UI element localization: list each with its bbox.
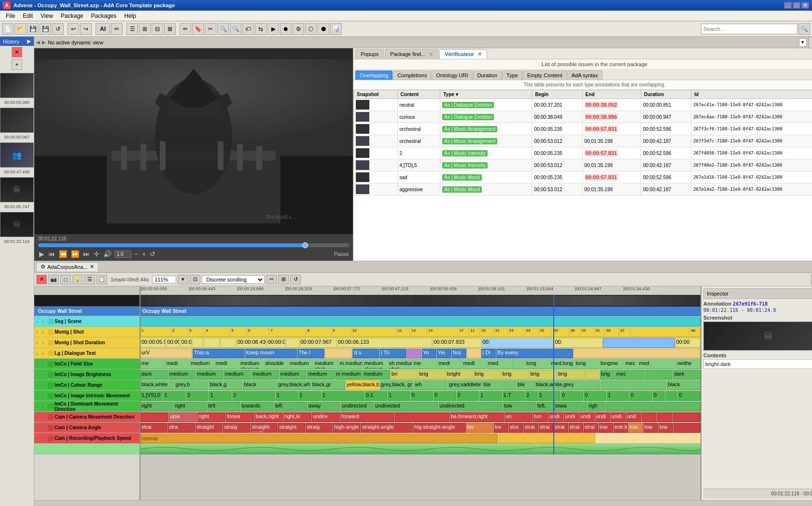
- zoom-fit-button[interactable]: ⊡: [190, 275, 200, 284]
- track-label-dialogue[interactable]: › › Lg | Dialogue Text: [34, 348, 140, 359]
- minimize-button[interactable]: _: [784, 2, 792, 9]
- track-label-shotdur[interactable]: › › Montg | Shot Duration: [34, 337, 140, 348]
- expand-intrinsic[interactable]: ›: [36, 394, 41, 398]
- expand-cam-angle[interactable]: ›: [36, 425, 41, 430]
- zoom-out-button[interactable]: 🔍: [230, 23, 241, 35]
- cat-tab-duration[interactable]: Duration: [473, 70, 502, 80]
- progress-bar[interactable]: [38, 243, 349, 247]
- maximize-button[interactable]: □: [793, 2, 800, 9]
- scroll-mode-select[interactable]: Discrete scrolling Continuous scrolling: [202, 275, 265, 284]
- move-icon[interactable]: ✛: [93, 250, 100, 258]
- track-label-dominant[interactable]: › › ImCo | Dominant Movement Direction: [34, 401, 140, 412]
- play-button[interactable]: ▶: [38, 250, 45, 258]
- nav-shotdur[interactable]: ›: [42, 340, 47, 345]
- search-button[interactable]: 🔍: [798, 23, 810, 35]
- track-brightness[interactable]: dark medium medium medium medium medium …: [140, 369, 700, 380]
- merge-button[interactable]: ⊞: [278, 275, 289, 284]
- nav-cam-angle[interactable]: ›: [42, 425, 47, 430]
- track-intrinsic[interactable]: 1,[VS],0 1 2 1 2 1 1 1 0.1 1 0: [140, 391, 700, 401]
- track-cam-move[interactable]: upw right forwa back,right right,le undi…: [140, 412, 700, 422]
- track-label-seg[interactable]: › › Seg | Scene: [34, 316, 140, 327]
- corpus-tab-close[interactable]: ✕: [90, 264, 94, 270]
- ai-button[interactable]: AI: [96, 23, 110, 35]
- nav-colour[interactable]: ›: [42, 383, 47, 388]
- cat-tab-ada-syntax[interactable]: AdA syntax: [567, 70, 602, 80]
- split-view-button[interactable]: ⊟: [152, 23, 163, 35]
- forward-button[interactable]: ⏩: [70, 250, 80, 258]
- tab-verificateur[interactable]: Vérificateur ✕: [439, 49, 487, 59]
- cat-tab-empty-content[interactable]: Empty Content: [523, 70, 567, 80]
- tab-verificateur-close[interactable]: ✕: [477, 51, 482, 57]
- add-thumb-button[interactable]: +: [12, 59, 22, 70]
- corpus-tab[interactable]: ⚙ AdaCorpusAna... ✕: [36, 262, 98, 271]
- horizontal-scrollbar[interactable]: [34, 500, 812, 506]
- lamp-button[interactable]: 💡: [72, 275, 83, 284]
- track-bottom-green[interactable]: [140, 444, 700, 454]
- nav-fieldsize[interactable]: ›: [42, 362, 47, 366]
- expand-brightness[interactable]: ›: [36, 372, 41, 377]
- play-button-tb[interactable]: ▶: [267, 23, 279, 35]
- table-row[interactable]: aggressive As | Music Mood 00:00:53.012 …: [354, 183, 812, 196]
- track-label-colour[interactable]: › › ImCo | Colour Range: [34, 380, 140, 391]
- vol-down-button[interactable]: −: [133, 250, 139, 258]
- nav-cam-record[interactable]: ›: [42, 436, 47, 441]
- volume-button[interactable]: 🔊: [102, 250, 112, 258]
- col-type[interactable]: Type ▾: [440, 90, 532, 99]
- table-row[interactable]: sad As | Music Mood 00:00:05.235 00:00:5…: [354, 171, 812, 183]
- clear-history-button[interactable]: ✕: [12, 47, 22, 57]
- track-label-brightness[interactable]: › › ImCo | Image Brightness: [34, 369, 140, 380]
- record-button[interactable]: ⏺: [280, 23, 292, 35]
- video-area[interactable]: film.AudEx....: [34, 48, 353, 234]
- timeline-area[interactable]: |00:00:00.000 |00:00:09.443 |00:00:18.88…: [140, 286, 700, 500]
- track-label-intrinsic[interactable]: › › ImCo | Image Intrinsic Movement: [34, 391, 140, 401]
- table-row[interactable]: orchestral As | Music Arrangement 00:00:…: [354, 135, 812, 147]
- dyn-left-arrow[interactable]: ◀: [36, 40, 40, 45]
- track-fieldsize[interactable]: me medi medium medi medium closeup shoul…: [140, 359, 700, 369]
- refresh-button[interactable]: ↺: [52, 23, 64, 35]
- cut-button[interactable]: ✂: [266, 275, 277, 284]
- nav-shot[interactable]: ›: [42, 330, 47, 335]
- track-shotdur[interactable]: 00:00:05.954 00:00:0 00:00 00:00:08.434 …: [140, 337, 700, 348]
- track-dominant[interactable]: right right left towards left away undir…: [140, 401, 700, 412]
- track-colour[interactable]: black,white grey,b black,g black grey,bl…: [140, 380, 700, 391]
- expand-seg[interactable]: ›: [36, 319, 41, 324]
- table-row[interactable]: 4,[TO],5 As | Music Intensity 00:00:53.0…: [354, 159, 812, 171]
- menu-edit[interactable]: Edit: [19, 12, 37, 20]
- thumb-4[interactable]: 🏛: [0, 177, 34, 202]
- expand-cam-move[interactable]: ›: [36, 415, 41, 420]
- dynamic-view-dropdown[interactable]: ▾: [799, 38, 807, 47]
- refresh-track-button[interactable]: ↺: [290, 275, 301, 284]
- screenshot-button[interactable]: 📷: [48, 275, 59, 284]
- tab-popups[interactable]: Popups: [355, 49, 384, 59]
- track-seg[interactable]: [140, 316, 700, 327]
- list-view-button[interactable]: ☰: [126, 23, 138, 35]
- track-label-shot[interactable]: › › Montg | Shot: [34, 327, 140, 337]
- tab-package-find-close[interactable]: ✕: [429, 51, 433, 57]
- table-row[interactable]: neutral As | Dialogue Emotion 00:00:37.2…: [354, 99, 812, 111]
- search-input[interactable]: [701, 24, 798, 34]
- track-cam-record[interactable]: normal: [140, 433, 700, 444]
- expand-dialogue[interactable]: ›: [36, 351, 41, 356]
- nav-dialogue[interactable]: ›: [42, 351, 47, 356]
- expand-dominant[interactable]: ›: [36, 404, 41, 409]
- thumb-5[interactable]: 🏛: [0, 212, 34, 237]
- thumb-3[interactable]: 👥: [0, 142, 34, 168]
- nav-brightness[interactable]: ›: [42, 372, 47, 377]
- expand-shotdur[interactable]: ›: [36, 340, 41, 345]
- settings-button[interactable]: ⚙: [293, 23, 304, 35]
- expand-shot[interactable]: ›: [36, 330, 41, 335]
- grid-view-button[interactable]: ⊞: [139, 23, 151, 35]
- expand-cam-record[interactable]: ›: [36, 436, 41, 441]
- back-button[interactable]: ⏪: [58, 250, 68, 258]
- issues-table[interactable]: Snapshot Content Type ▾ Begin End Durati…: [353, 90, 812, 261]
- save-button[interactable]: 💾: [27, 23, 39, 35]
- remove-track-button[interactable]: ✕: [36, 275, 47, 284]
- table-row[interactable]: curious As | Dialogue Emotion 00:00:38.0…: [354, 111, 812, 123]
- new-button[interactable]: 📄: [2, 23, 14, 35]
- track-shot[interactable]: 1 2 3 4 5 6 7 8 9 10 11: [140, 327, 700, 337]
- stats-button[interactable]: 📊: [330, 23, 342, 35]
- expand-fieldsize[interactable]: ›: [36, 362, 41, 366]
- nav-intrinsic[interactable]: ›: [42, 394, 47, 398]
- track-label-fieldsize[interactable]: › › ImCo | Field Size: [34, 359, 140, 369]
- cat-tab-type[interactable]: Type: [502, 70, 522, 80]
